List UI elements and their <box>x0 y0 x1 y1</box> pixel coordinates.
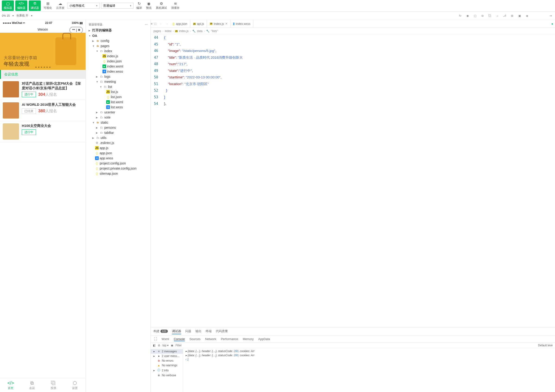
tree-folder-utils[interactable]: ▶🗀utils <box>86 135 150 140</box>
tree-folder-vote[interactable]: ▶🗀vote <box>86 115 150 120</box>
tree-open-editors[interactable]: ▶打开的编辑器 <box>86 28 150 33</box>
log-entry[interactable]: ▸ {data: {…}, header: {…}, statusCode: 2… <box>185 353 553 357</box>
devtab-network[interactable]: Network <box>205 337 216 341</box>
panel-tab-issues[interactable]: 问题 <box>185 329 191 334</box>
side-verbose[interactable]: ※No verbose <box>151 373 183 378</box>
tree-file[interactable]: {}sitemap.json <box>86 171 150 176</box>
tree-root[interactable]: ▼OA <box>86 33 150 38</box>
meeting-item[interactable]: 对话产品总监 | 深圳•北京PM大会 【深度对话小米/京东/等产品总监】 进行中… <box>0 79 86 100</box>
tree-file[interactable]: JSlist.js <box>86 89 150 94</box>
tree-file[interactable]: ≡index.wxss <box>86 69 150 74</box>
tree-folder-ucenter[interactable]: ▶🗀ucenter <box>86 110 150 115</box>
back-icon[interactable]: ← <box>160 20 162 28</box>
capsule-buttons[interactable]: ••• | ◉ <box>70 27 83 33</box>
tree-folder-logs[interactable]: ▶🗀logs <box>86 74 150 79</box>
record-icon[interactable]: ◉ <box>465 13 470 18</box>
tree-file[interactable]: ≡list.wxss <box>86 105 150 110</box>
mode-select[interactable]: 小程序模式 <box>67 3 100 8</box>
close-icon[interactable]: × <box>225 22 227 26</box>
tree-file[interactable]: ▸index.wxml <box>86 64 150 69</box>
tree-file[interactable]: ⚙.eslintrc.js <box>86 140 150 145</box>
swiper-banner[interactable]: 大容量轻便行李箱 年轻去发现 <box>0 33 86 70</box>
simulator-toggle[interactable]: ▢模拟器 <box>2 0 14 11</box>
meeting-item[interactable]: H100太空商业大会 进行中 <box>0 121 86 142</box>
remote-debug-button[interactable]: ⚙真机调试 <box>154 1 168 10</box>
editor-toggle[interactable]: </>编辑器 <box>15 0 27 11</box>
copy-icon[interactable]: ⧉ <box>480 13 485 18</box>
compile-button[interactable]: ↻编译 <box>135 1 143 10</box>
devtab-wxml[interactable]: Wxml <box>161 337 169 341</box>
context-select[interactable]: top ▾ <box>162 344 168 347</box>
tab-index-js[interactable]: JSindex.js× <box>207 20 230 28</box>
docker-icon[interactable]: ◈ <box>524 13 530 18</box>
tab-meeting[interactable]: ⧉会议 <box>21 378 43 392</box>
device-icon[interactable]: ▢ <box>473 13 478 18</box>
tree-folder-list[interactable]: ▼🗀list <box>86 84 150 89</box>
tree-folder-persons[interactable]: ▶🗀persons <box>86 125 150 130</box>
hot-reload-toggle[interactable]: 热重载 开 <box>16 14 28 18</box>
tree-folder-pages[interactable]: ▼🖿pages <box>86 43 150 48</box>
tree-file[interactable]: JSapp.js <box>86 145 150 151</box>
filter-input[interactable] <box>175 344 536 347</box>
tree-file[interactable]: {}list.json <box>86 94 150 99</box>
indent-icon[interactable]: ⇥ <box>548 13 553 18</box>
tree-file[interactable]: {}index.json <box>86 59 150 64</box>
tree-file[interactable]: ▸list.wxml <box>86 99 150 105</box>
side-errors[interactable]: ⊗No errors <box>151 358 183 363</box>
compile-select[interactable]: 普通编译 <box>101 3 133 8</box>
devtab-memory[interactable]: Memory <box>243 337 254 341</box>
inspect-icon[interactable]: ⛶ <box>154 337 157 341</box>
side-info[interactable]: ▸ⓘ2 info <box>151 368 183 373</box>
tab-index-wxss[interactable]: ≡index.wxss <box>230 20 254 28</box>
panel-tab-quality[interactable]: 代码质量 <box>216 329 228 334</box>
tree-file[interactable]: ≡app.wxss <box>86 156 150 161</box>
side-user[interactable]: ▸●2 user mess... <box>151 354 183 358</box>
tree-folder-config[interactable]: ▶🖿config <box>86 38 150 43</box>
branch-icon[interactable]: ⎇ <box>502 13 507 18</box>
code-body[interactable]: { "id": "1", "image": "/static/persons/5… <box>161 34 246 327</box>
tree-folder-meeting[interactable]: ▼🗀meeting <box>86 79 150 84</box>
visualize-button[interactable]: ⊞可视化 <box>42 1 53 10</box>
devtab-performance[interactable]: Performance <box>221 337 238 341</box>
tree-file[interactable]: {}project.config.json <box>86 161 150 166</box>
meeting-item[interactable]: AI WORLD 2016世界人工智能大会 已结束 380人报名 <box>0 100 86 121</box>
clear-icon[interactable]: ⊘ <box>158 344 160 347</box>
log-entry[interactable]: ▸ {data: {…}, header: {…}, statusCode: 2… <box>185 349 553 353</box>
tab-home[interactable]: </>首页 <box>0 378 21 392</box>
crumb[interactable]: pages <box>153 30 161 33</box>
tab-api-js[interactable]: JSapi.js <box>190 20 207 28</box>
devtab-appdata[interactable]: AppData <box>258 337 270 341</box>
tab-settings[interactable]: ⬡设置 <box>64 378 86 392</box>
tree-file[interactable]: {}project.private.config.json <box>86 166 150 171</box>
devtab-console[interactable]: Console <box>174 337 185 341</box>
tree-folder-index[interactable]: ▼🗀index <box>86 48 150 54</box>
crumb[interactable]: index <box>165 30 172 33</box>
console-prompt[interactable]: ‹ 1 <box>185 357 553 362</box>
cloud-button[interactable]: ☁云开发 <box>55 1 66 10</box>
debugger-toggle[interactable]: ⧉调试器 <box>29 0 41 11</box>
eye-icon[interactable]: ◉ <box>171 344 173 347</box>
crumb[interactable]: index.js <box>179 30 189 33</box>
package-icon[interactable]: ▣ <box>517 13 522 18</box>
clear-cache-button[interactable]: ≋清缓存 <box>170 1 181 10</box>
side-messages[interactable]: ▸≡2 messages <box>151 349 183 354</box>
devtab-sources[interactable]: Sources <box>190 337 201 341</box>
crumb[interactable]: data <box>197 30 202 33</box>
tab-vote[interactable]: ⿻投票 <box>43 378 64 392</box>
panel-tab-build[interactable]: 构建 122 <box>153 329 168 334</box>
tab-app-json[interactable]: {}app.json <box>170 20 190 28</box>
tree-file[interactable]: JSindex.js <box>86 54 150 59</box>
sidebar-toggle-icon[interactable]: ◧ <box>153 344 156 347</box>
console-output[interactable]: ▸ {data: {…}, header: {…}, statusCode: 2… <box>183 348 555 392</box>
crumb[interactable]: "lists" <box>211 30 218 33</box>
grid-icon[interactable]: ⊞ <box>510 13 515 18</box>
refresh-icon[interactable]: ↻ <box>458 13 463 18</box>
clipboard-icon[interactable]: ⿻ <box>487 13 492 18</box>
zoom-label[interactable]: 0% 15 <box>2 14 10 17</box>
side-warnings[interactable]: ▲No warnings <box>151 363 183 368</box>
panel-tab-terminal[interactable]: 终端 <box>206 329 212 334</box>
level-select[interactable]: Default leve <box>538 344 553 347</box>
panel-tab-output[interactable]: 输出 <box>195 329 201 334</box>
forward-icon[interactable]: → <box>165 20 168 28</box>
code-editor[interactable]: 4445464748495051525354 { "id": "1", "ima… <box>151 34 555 327</box>
